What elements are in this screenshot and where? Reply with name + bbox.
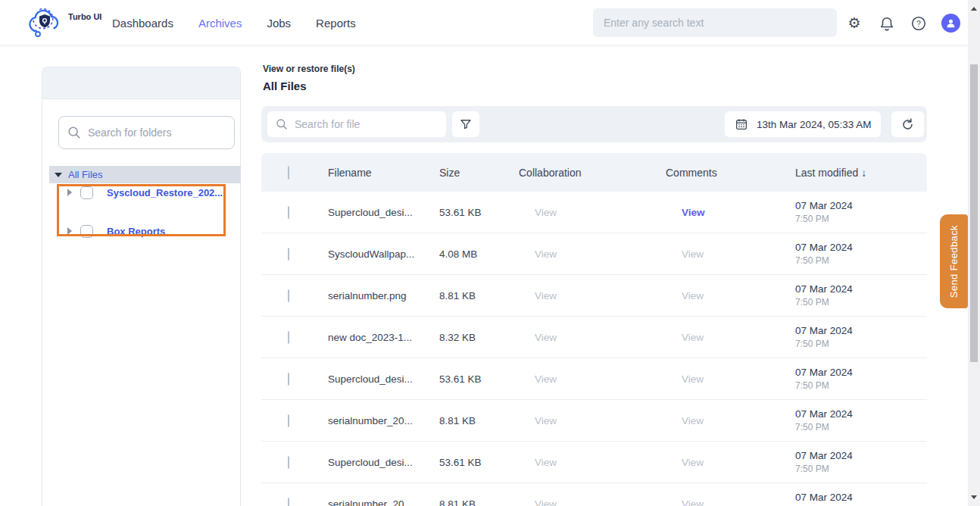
- last-modified-cell: 07 Mar 2024 7:50 PM: [795, 242, 927, 266]
- modified-time: 7:50 PM: [795, 214, 927, 224]
- settings-gear-icon[interactable]: ⚙: [846, 15, 863, 32]
- select-all-checkbox[interactable]: [288, 166, 289, 180]
- app-logo[interactable]: Turbo UI: [26, 5, 109, 42]
- comments-view-link[interactable]: View: [666, 373, 795, 385]
- table-row: serialnumber.png 8.81 KB View View 07 Ma…: [261, 275, 927, 317]
- folder-checkbox[interactable]: [80, 186, 93, 199]
- comments-view-link[interactable]: View: [666, 290, 795, 301]
- comments-view-link[interactable]: View: [666, 457, 795, 468]
- page-title: All Files: [263, 80, 307, 92]
- table-row: Supercloud_desi... 53.61 KB View View 07…: [261, 358, 927, 400]
- page-subtitle: View or restore file(s): [263, 64, 355, 74]
- filename-cell: Supercloud_desi...: [328, 207, 439, 218]
- nav-item[interactable]: Archives: [198, 17, 242, 30]
- modified-time: 7:50 PM: [795, 297, 927, 308]
- table-row: new doc_2023-1... 8.32 KB View View 07 M…: [261, 317, 927, 358]
- calendar-icon: [735, 117, 748, 131]
- refresh-button[interactable]: [891, 111, 924, 137]
- svg-text:?: ?: [916, 20, 921, 28]
- folder-panel: All Files Box Reports Syscloud_Restore_2…: [42, 67, 241, 506]
- row-checkbox[interactable]: [288, 289, 289, 302]
- modified-date: 07 Mar 2024: [795, 325, 927, 336]
- collaboration-view-link[interactable]: View: [519, 290, 666, 301]
- folder-checkbox[interactable]: [80, 225, 93, 238]
- collaboration-view-link[interactable]: View: [519, 457, 666, 468]
- col-last-modified[interactable]: Last modified ↓: [795, 167, 927, 179]
- page-scrollbar[interactable]: [968, 0, 980, 506]
- size-cell: 53.61 KB: [439, 207, 519, 218]
- table-body: Supercloud_desi... 53.61 KB View View 07…: [261, 192, 927, 506]
- size-cell: 53.61 KB: [439, 373, 519, 385]
- refresh-icon: [900, 117, 915, 132]
- folder-label: Box Reports: [107, 226, 165, 237]
- chevron-down-icon: [55, 173, 62, 177]
- modified-date: 07 Mar 2024: [795, 200, 927, 211]
- global-search-input[interactable]: [593, 8, 837, 37]
- last-modified-cell: 07 Mar 2024 7:50 PM: [795, 200, 927, 224]
- comments-view-link[interactable]: View: [666, 248, 795, 260]
- comments-view-link[interactable]: View: [666, 415, 795, 426]
- row-checkbox[interactable]: [288, 248, 289, 261]
- snapshot-date-button[interactable]: 13th Mar 2024, 05:33 AM: [725, 111, 881, 137]
- user-avatar[interactable]: [941, 14, 960, 33]
- filename-cell: new doc_2023-1...: [328, 332, 439, 343]
- modified-date: 07 Mar 2024: [795, 367, 927, 378]
- comments-view-link[interactable]: View: [666, 207, 795, 218]
- scroll-down-arrow-icon[interactable]: [971, 495, 977, 499]
- table-row: SyscloudWallpap... 4.08 MB View View 07 …: [261, 233, 927, 275]
- nav-item[interactable]: Jobs: [267, 17, 291, 30]
- row-checkbox[interactable]: [288, 373, 289, 386]
- modified-time: 7:50 PM: [795, 255, 927, 266]
- tree-folder-item[interactable]: Box Reports: [67, 223, 165, 239]
- filename-cell: serialnumber_20...: [328, 415, 439, 426]
- tree-root-label: All Files: [68, 169, 103, 180]
- row-checkbox[interactable]: [288, 456, 289, 469]
- help-icon[interactable]: ?: [910, 15, 927, 32]
- filename-cell: serialnumber.png: [328, 290, 439, 301]
- modified-date: 07 Mar 2024: [795, 408, 927, 420]
- file-search-input[interactable]: [267, 111, 446, 137]
- scroll-up-arrow-icon[interactable]: [971, 7, 977, 11]
- comments-view-link[interactable]: View: [666, 498, 795, 506]
- comments-view-link[interactable]: View: [666, 332, 795, 343]
- collaboration-view-link[interactable]: View: [519, 498, 666, 506]
- scrollbar-thumb[interactable]: [970, 64, 978, 362]
- modified-date: 07 Mar 2024: [795, 283, 927, 295]
- files-table: Filename Size Collaboration Comments Las…: [261, 153, 927, 506]
- tree-root-all-files[interactable]: All Files: [49, 166, 241, 183]
- last-modified-cell: 07 Mar 2024 7:50 PM: [795, 450, 927, 474]
- collaboration-view-link[interactable]: View: [519, 373, 666, 385]
- filter-funnel-icon: [459, 117, 473, 131]
- send-feedback-label: Send Feedback: [948, 225, 960, 298]
- last-modified-cell: 07 Mar 2024 7:50 PM: [795, 367, 927, 391]
- collaboration-view-link[interactable]: View: [519, 207, 666, 218]
- table-row: Supercloud_desi... 53.61 KB View View 07…: [261, 192, 927, 233]
- table-header-row: Filename Size Collaboration Comments Las…: [261, 153, 927, 192]
- folder-search-input[interactable]: [58, 116, 235, 149]
- modified-date: 07 Mar 2024: [795, 450, 927, 461]
- tree-folder-item[interactable]: Syscloud_Restore_202...: [67, 185, 223, 200]
- row-checkbox[interactable]: [288, 206, 289, 219]
- snapshot-date-value: 13th Mar 2024, 05:33 AM: [757, 119, 872, 130]
- table-row: serialnumber_20... 8.81 KB View View 07 …: [261, 400, 927, 442]
- row-checkbox[interactable]: [288, 498, 289, 506]
- col-comments: Comments: [666, 167, 795, 179]
- nav-item[interactable]: Dashboards: [112, 17, 173, 30]
- collaboration-view-link[interactable]: View: [519, 248, 666, 260]
- col-collaboration: Collaboration: [519, 167, 666, 179]
- folder-label: Syscloud_Restore_202...: [107, 187, 223, 198]
- nav-item[interactable]: Reports: [316, 17, 356, 30]
- notifications-bell-icon[interactable]: [879, 15, 895, 32]
- row-checkbox[interactable]: [288, 331, 289, 344]
- send-feedback-button[interactable]: Send Feedback: [940, 214, 968, 308]
- row-checkbox[interactable]: [288, 414, 289, 427]
- collaboration-view-link[interactable]: View: [519, 332, 666, 343]
- last-modified-cell: 07 Mar 2024 7:50 PM: [795, 283, 927, 308]
- filename-cell: Supercloud_desi...: [328, 457, 439, 468]
- collaboration-view-link[interactable]: View: [519, 415, 666, 426]
- filename-cell: Supercloud_desi...: [328, 373, 439, 385]
- sort-descending-icon: ↓: [861, 167, 866, 179]
- filter-button[interactable]: [452, 111, 479, 137]
- folder-panel-header: [42, 67, 240, 99]
- filename-cell: SyscloudWallpap...: [328, 248, 439, 260]
